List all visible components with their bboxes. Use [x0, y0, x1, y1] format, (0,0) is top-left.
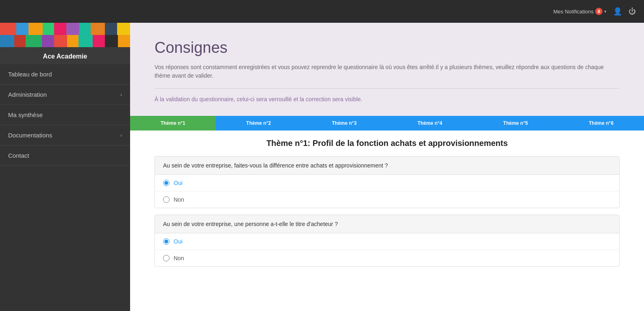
svg-rect-11 — [14, 35, 26, 47]
sidebar-item-administration[interactable]: Administration › — [0, 85, 130, 105]
power-icon[interactable]: ⏻ — [629, 7, 636, 16]
sidebar-item-label: Contact — [8, 152, 29, 159]
svg-rect-5 — [66, 23, 79, 35]
svg-rect-8 — [105, 23, 117, 35]
svg-rect-13 — [42, 35, 54, 47]
svg-rect-3 — [43, 23, 54, 35]
questions-area: Thème n°1: Profil de la fonction achats … — [130, 130, 644, 311]
sidebar-item-label: Documentations — [8, 132, 52, 139]
sidebar-item-contact[interactable]: Contact — [0, 146, 130, 166]
radio-q2-oui[interactable] — [163, 238, 170, 245]
svg-rect-1 — [16, 23, 28, 35]
layout: Ace Academie Tableau de bord Administrat… — [0, 23, 644, 311]
theme-tab-2[interactable]: Thème n°2 — [216, 116, 302, 130]
theme-tabs: Thème n°1 Thème n°2 Thème n°3 Thème n°4 … — [130, 116, 644, 130]
answer-label-q2-oui: Oui — [174, 238, 183, 245]
consignes-title: Consignes — [154, 39, 620, 57]
radio-q1-non[interactable] — [163, 196, 170, 203]
answer-option-q2-non[interactable]: Non — [155, 250, 619, 266]
notifications-badge: 8 — [595, 8, 603, 15]
svg-rect-10 — [0, 35, 14, 47]
consignes-validation: À la validation du questionnaire, celui-… — [154, 95, 620, 104]
question-block-2: Au sein de votre entreprise, une personn… — [154, 215, 620, 267]
question-text-2: Au sein de votre entreprise, une personn… — [155, 215, 619, 233]
chevron-right-icon: › — [120, 92, 122, 98]
answer-option-q2-oui[interactable]: Oui — [155, 233, 619, 250]
logo-area — [0, 23, 130, 47]
svg-rect-21 — [105, 35, 118, 47]
notifications-button[interactable]: Mes Notifications 8 ▾ — [553, 8, 607, 15]
notifications-label: Mes Notifications — [553, 9, 594, 15]
sidebar-item-label: Tableau de bord — [8, 71, 52, 78]
svg-rect-16 — [78, 35, 93, 47]
theme-tab-3[interactable]: Thème n°3 — [301, 116, 387, 130]
svg-rect-4 — [54, 23, 66, 35]
answer-option-q1-oui[interactable]: Oui — [155, 175, 619, 191]
topbar-right: Mes Notifications 8 ▾ 👤 ⏻ — [553, 7, 636, 16]
user-icon[interactable]: 👤 — [613, 7, 622, 16]
svg-rect-2 — [28, 23, 43, 35]
consignes-text: Vos réponses sont constamment enregistré… — [154, 63, 620, 80]
question-block-1: Au sein de votre entreprise, faites-vous… — [154, 156, 620, 208]
chevron-down-icon: ▾ — [604, 9, 607, 14]
svg-rect-20 — [118, 23, 130, 35]
answer-label-q1-non: Non — [174, 196, 184, 203]
radio-q1-oui[interactable] — [163, 180, 170, 186]
consignes-divider — [154, 88, 620, 89]
chevron-right-icon: › — [120, 133, 122, 138]
topbar: Mes Notifications 8 ▾ 👤 ⏻ — [0, 0, 644, 23]
sidebar-item-label: Ma synthèse — [8, 111, 43, 118]
question-text-1: Au sein de votre entreprise, faites-vous… — [155, 157, 619, 175]
answer-label-q2-non: Non — [174, 255, 184, 261]
svg-rect-22 — [118, 35, 130, 47]
sidebar-item-synthese[interactable]: Ma synthèse — [0, 105, 130, 125]
theme-tab-1[interactable]: Thème n°1 — [130, 116, 216, 130]
theme-tab-6[interactable]: Thème n°6 — [558, 116, 644, 130]
svg-rect-6 — [79, 23, 91, 35]
answer-option-q1-non[interactable]: Non — [155, 191, 619, 208]
sidebar-brand: Ace Academie — [0, 47, 130, 64]
radio-q2-non[interactable] — [163, 255, 170, 261]
svg-rect-12 — [26, 35, 42, 47]
theme-heading: Thème n°1: Profil de la fonction achats … — [154, 139, 620, 148]
theme-tab-4[interactable]: Thème n°4 — [387, 116, 473, 130]
svg-rect-14 — [54, 35, 67, 47]
sidebar: Ace Academie Tableau de bord Administrat… — [0, 23, 130, 311]
theme-tab-5[interactable]: Thème n°5 — [473, 116, 559, 130]
sidebar-nav: Tableau de bord Administration › Ma synt… — [0, 64, 130, 311]
main-content: Consignes Vos réponses sont constamment … — [130, 23, 644, 311]
svg-rect-7 — [91, 23, 105, 35]
logo-mosaic — [0, 23, 130, 47]
svg-rect-15 — [67, 35, 78, 47]
answer-label-q1-oui: Oui — [174, 180, 183, 186]
sidebar-item-label: Administration — [8, 91, 47, 98]
sidebar-item-tableau[interactable]: Tableau de bord — [0, 64, 130, 85]
consignes-section: Consignes Vos réponses sont constamment … — [130, 23, 644, 116]
svg-rect-0 — [0, 23, 16, 35]
svg-rect-17 — [93, 35, 105, 47]
sidebar-item-documentations[interactable]: Documentations › — [0, 125, 130, 146]
